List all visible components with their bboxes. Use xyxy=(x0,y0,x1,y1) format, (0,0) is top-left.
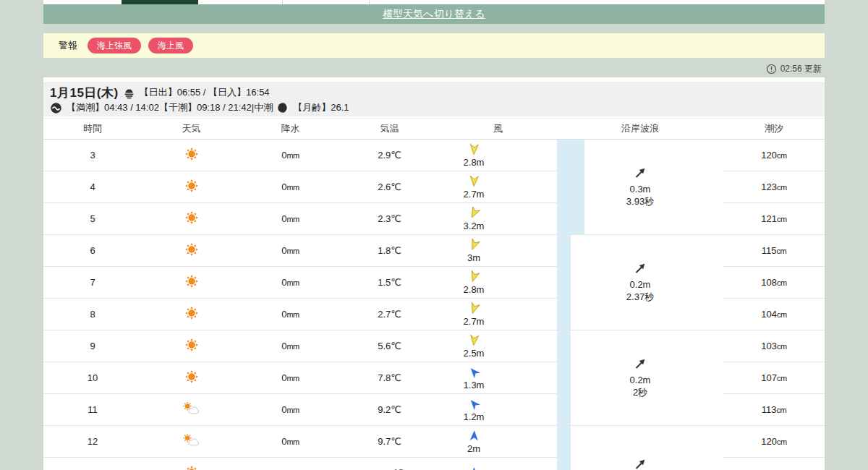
wave-period: 2秒 xyxy=(633,387,647,399)
time-cell: 11 xyxy=(43,394,142,426)
wind-arrow-icon xyxy=(468,430,480,444)
tab-separator xyxy=(282,0,283,4)
wind-cell: 3m xyxy=(439,235,557,267)
column-header-2: 降水 xyxy=(241,119,340,140)
wind-cell: 2.8m xyxy=(439,140,557,171)
wind-speed: 1.2m xyxy=(464,411,485,422)
temp-cell: 10.1℃ xyxy=(340,458,439,470)
time-cell: 10 xyxy=(43,362,142,394)
sunrise-icon xyxy=(123,87,135,99)
time-cell: 9 xyxy=(43,330,142,362)
wind-speed: 2.8m xyxy=(464,157,485,168)
tab-separator xyxy=(369,0,370,4)
wave-height: 0.2m xyxy=(630,279,651,291)
weather-page: 横型天気へ切り替える 警報 海上強風 海上風 02:56 更新 1月15日(木)… xyxy=(0,0,868,470)
date-line-2: 【満潮】04:43 / 14:02【干潮】09:18 / 21:42|中潮 【月… xyxy=(50,101,825,115)
temp-cell: 2.9℃ xyxy=(340,140,439,171)
wind-speed: 1.3m xyxy=(464,380,485,390)
wind-speed: 2m xyxy=(467,443,480,454)
moon-age: 【月齢】26.1 xyxy=(293,101,349,114)
warning-badge-wind[interactable]: 海上風 xyxy=(148,38,193,54)
wind-arrow-icon xyxy=(468,466,480,470)
date-title: 1月15日(木) xyxy=(50,85,119,101)
active-tab[interactable] xyxy=(122,0,198,4)
wave-height: 0.2m xyxy=(630,375,651,387)
time-cell: 3 xyxy=(43,140,142,171)
temp-cell: 2.7℃ xyxy=(340,299,439,330)
wind-arrow-icon xyxy=(468,207,480,221)
precip-cell: 0mm xyxy=(241,394,340,426)
coastal-wave-cell: 0.2m 2.37秒 xyxy=(557,235,723,330)
wind-arrow-icon xyxy=(468,366,480,380)
tide-cell: 115cm xyxy=(723,235,825,267)
wave-direction-arrow-icon xyxy=(633,457,647,470)
tide-cell: 103cm xyxy=(723,330,825,362)
precip-cell: 0mm xyxy=(241,235,340,267)
temp-cell: 2.3℃ xyxy=(340,203,439,235)
precip-cell: 0mm xyxy=(241,299,340,330)
time-cell: 5 xyxy=(43,203,142,235)
sunny-icon xyxy=(142,235,241,267)
time-cell: 8 xyxy=(43,299,142,330)
tide-cell: 120cm xyxy=(723,140,825,171)
sunny-icon xyxy=(142,267,241,299)
date-line-1: 1月15日(木) 【日出】06:55 / 【日入】16:54 xyxy=(50,85,825,101)
precip-cell: 0mm xyxy=(241,140,340,171)
temp-cell: 7.8℃ xyxy=(340,362,439,394)
wind-speed: 2.8m xyxy=(464,284,485,295)
column-header-1: 天気 xyxy=(142,119,241,140)
precip-cell: 0mm xyxy=(241,330,340,362)
tide-cell: 113cm xyxy=(723,394,825,426)
temp-cell: 1.5℃ xyxy=(340,267,439,299)
sunny-icon xyxy=(142,299,241,330)
tide-times: 【満潮】04:43 / 14:02【干潮】09:18 / 21:42|中潮 xyxy=(67,101,273,114)
wind-arrow-icon xyxy=(468,398,480,412)
layout-switch-bar: 横型天気へ切り替える xyxy=(43,4,825,24)
hourly-forecast-table: 時間天気降水気温風沿岸波浪潮汐 30mm2.9℃2.8m 0.3m 3.93秒 … xyxy=(43,118,825,470)
forecast-card: 1月15日(木) 【日出】06:55 / 【日入】16:54 【満潮】04:43… xyxy=(43,77,825,470)
coastal-wave-cell: 0.2m 2秒 xyxy=(557,330,723,426)
tide-cell: 104cm xyxy=(723,299,825,330)
wave-period: 2.37秒 xyxy=(626,291,654,304)
forecast-row-hour-3: 30mm2.9℃2.8m 0.3m 3.93秒 120cm xyxy=(43,140,825,171)
wind-cell xyxy=(439,458,557,470)
sunny-icon xyxy=(142,203,241,235)
sun-times: 【日出】06:55 / 【日入】16:54 xyxy=(140,86,270,99)
wind-speed: 2.7m xyxy=(464,189,485,200)
wind-speed: 3m xyxy=(467,252,480,263)
info-circle-icon xyxy=(766,64,777,74)
wave-direction-arrow-icon xyxy=(633,166,647,184)
time-cell: 6 xyxy=(43,235,142,267)
forecast-row-hour-12: 12 0mm9.7℃2m 120cm xyxy=(43,426,825,458)
wind-cell: 1.2m xyxy=(439,394,557,426)
wind-speed: 3.2m xyxy=(464,221,485,231)
wind-arrow-icon xyxy=(468,175,480,189)
switch-layout-link[interactable]: 横型天気へ切り替える xyxy=(383,8,485,21)
wind-arrow-icon xyxy=(468,270,480,285)
tide-cell: 120cm xyxy=(723,426,825,458)
precip-cell: 0mm xyxy=(241,171,340,203)
sun-cloud-icon xyxy=(142,426,241,458)
wind-cell: 3.2m xyxy=(439,203,557,235)
top-nav-card: 横型天気へ切り替える xyxy=(43,0,825,24)
wind-cell: 2.8m xyxy=(439,267,557,299)
column-header-4: 風 xyxy=(439,119,557,140)
update-line: 02:56 更新 xyxy=(43,62,825,75)
wind-cell: 2.5m xyxy=(439,330,557,362)
warning-band: 警報 海上強風 海上風 xyxy=(43,33,825,58)
wind-speed: 2.7m xyxy=(464,316,485,327)
coastal-wave-cell xyxy=(557,426,723,470)
sunny-icon xyxy=(142,140,241,171)
time-cell: 4 xyxy=(43,171,142,203)
sunny-icon xyxy=(142,171,241,203)
tide-cell: 125cm xyxy=(723,458,825,470)
time-cell: 12 xyxy=(43,426,142,458)
wind-cell: 2.7m xyxy=(439,171,557,203)
wind-cell: 2.7m xyxy=(439,299,557,330)
time-cell: 7 xyxy=(43,267,142,299)
wind-cell: 2m xyxy=(439,426,557,458)
wind-arrow-icon xyxy=(468,143,480,158)
column-header-5: 沿岸波浪 xyxy=(557,119,723,140)
wave-period: 3.93秒 xyxy=(626,196,654,208)
warning-badge-gale[interactable]: 海上強風 xyxy=(88,38,141,54)
